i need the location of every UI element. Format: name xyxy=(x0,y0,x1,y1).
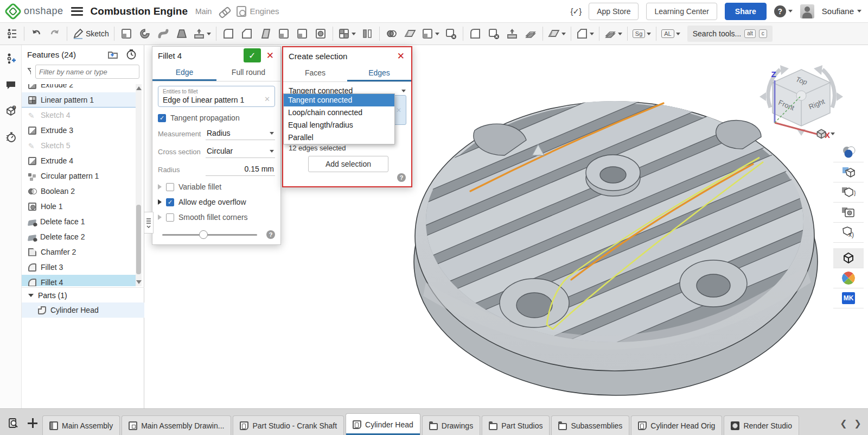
redo-icon[interactable] xyxy=(46,25,63,42)
allow-edge-overflow-checkbox[interactable] xyxy=(166,198,174,206)
modify-fillet-icon[interactable] xyxy=(467,25,484,42)
learning-center-button[interactable]: Learning Center xyxy=(646,3,717,20)
new-folder-icon[interactable] xyxy=(106,47,120,61)
doc-tab-cylinder-head[interactable]: Cylinder Head xyxy=(346,413,420,435)
part-item-cylinder-head[interactable]: Cylinder Head xyxy=(22,302,144,318)
mk-app-icon[interactable]: MK xyxy=(833,288,864,308)
feature-list-scrollbar[interactable] xyxy=(136,84,142,286)
feature-item-chamfer-2[interactable]: Chamfer 2 xyxy=(22,244,136,260)
workspace-name[interactable]: Main xyxy=(195,7,212,16)
fillet-icon[interactable] xyxy=(220,25,237,42)
dropdown-item-parallel[interactable]: Parallel xyxy=(284,131,394,144)
draft-icon[interactable] xyxy=(257,25,274,42)
feature-item-boolean-2[interactable]: Boolean 2 xyxy=(22,184,136,199)
linear-pattern-icon[interactable] xyxy=(336,25,358,42)
shell-icon[interactable] xyxy=(293,25,311,42)
doc-tab-render-studio[interactable]: Render Studio xyxy=(724,415,799,435)
app-store-button[interactable]: App Store xyxy=(589,3,639,20)
expand-icon[interactable] xyxy=(158,215,162,220)
extrude-icon[interactable] xyxy=(118,25,135,42)
feature-item-sketch-4[interactable]: Sketch 4 xyxy=(22,108,136,123)
thicken-icon[interactable] xyxy=(192,25,213,42)
share-link-icon[interactable] xyxy=(219,7,229,16)
feature-item-delete-face-2[interactable]: Delete face 2 xyxy=(22,229,136,244)
helix-icon[interactable] xyxy=(575,25,596,42)
feature-item-hole-1[interactable]: Hole 1 xyxy=(22,199,136,214)
plane-icon[interactable] xyxy=(546,25,567,42)
rollback-history-icon[interactable] xyxy=(124,47,138,61)
comments-icon[interactable] xyxy=(4,78,18,92)
offset-surface-icon[interactable] xyxy=(522,25,539,42)
delete-part-icon[interactable] xyxy=(442,25,459,42)
unity-export-icon[interactable] xyxy=(833,248,864,268)
transform-icon[interactable] xyxy=(420,25,441,42)
appearance-editor-icon[interactable] xyxy=(833,142,864,162)
feature-item-fillet-4[interactable]: Fillet 4 xyxy=(22,275,136,286)
doc-tab-part-studios[interactable]: Part Studios xyxy=(482,415,550,435)
tab-edges[interactable]: Edges xyxy=(347,65,411,81)
feature-item-extrude-3[interactable]: Extrude 3 xyxy=(22,123,136,138)
feature-item-delete-face-1[interactable]: Delete face 1 xyxy=(22,214,136,229)
hole-icon[interactable] xyxy=(312,25,329,42)
doc-tab-subassemblies[interactable]: Subassemblies xyxy=(551,415,629,435)
confirm-button[interactable]: ✓ xyxy=(244,48,261,62)
configurations-icon[interactable]: } xyxy=(833,182,864,203)
tab-full-round[interactable]: Full round xyxy=(216,64,280,81)
feature-item-circular-pattern-1[interactable]: Circular pattern 1 xyxy=(22,168,136,184)
sketch-button[interactable]: Sketch xyxy=(71,25,111,42)
feature-item-extrude-2[interactable]: Extrude 2 xyxy=(22,84,136,92)
radius-slider[interactable] xyxy=(162,234,257,236)
measurement-select[interactable]: Radius xyxy=(206,128,275,140)
user-menu[interactable]: Soufiane xyxy=(822,7,861,16)
feature-item-sketch-5[interactable]: Sketch 5 xyxy=(22,138,136,153)
feature-script-notices-icon[interactable]: {✓} xyxy=(571,7,582,16)
dropdown-item-loop-chain-connected[interactable]: Loop/chain connected xyxy=(284,106,394,119)
tab-edge[interactable]: Edge xyxy=(152,64,216,81)
partner-app-icon[interactable] xyxy=(833,268,864,288)
doc-tab-cylinder-head-orig[interactable]: Cylinder Head Orig xyxy=(631,415,722,435)
smooth-fillet-corners-checkbox[interactable] xyxy=(166,213,174,222)
scrollbar-thumb[interactable] xyxy=(136,205,141,274)
loft-icon[interactable] xyxy=(173,25,190,42)
document-title[interactable]: Combustion Engine xyxy=(91,5,188,17)
collapsed-panel-handle[interactable] xyxy=(144,212,154,234)
doc-tab-drawings[interactable]: Drawings xyxy=(422,415,480,435)
follow-mode-icon[interactable] xyxy=(4,104,18,118)
mirror-icon[interactable] xyxy=(359,25,376,42)
tabs-scroll-left-icon[interactable]: ❮ xyxy=(837,412,851,434)
chamfer-icon[interactable] xyxy=(238,25,256,42)
doc-tab-part-studio-crank-shaft[interactable]: Part Studio - Crank Shaft xyxy=(233,415,344,435)
add-tab-button[interactable] xyxy=(23,412,42,434)
scroll-down-icon[interactable] xyxy=(136,280,142,284)
doc-tab-main-assembly[interactable]: Main Assembly xyxy=(42,415,120,435)
clear-selection-icon[interactable]: ✕ xyxy=(264,95,270,103)
rib-icon[interactable] xyxy=(275,25,292,42)
entities-to-fillet-field[interactable]: Entities to fillet Edge of Linear patter… xyxy=(158,86,275,107)
expand-icon[interactable] xyxy=(158,199,162,205)
add-selection-button[interactable]: Add selection xyxy=(308,156,388,172)
search-tabs-icon[interactable] xyxy=(3,412,23,434)
render-preview-icon[interactable] xyxy=(833,203,864,223)
cross-section-select[interactable]: Circular xyxy=(206,146,275,158)
versions-history-icon[interactable] xyxy=(4,52,18,66)
help-menu[interactable]: ? xyxy=(774,5,793,17)
dropdown-item-tangent-connected[interactable]: Tangent connected xyxy=(284,94,394,106)
tabs-scroll-right-icon[interactable]: ❯ xyxy=(851,412,865,434)
delete-face-icon[interactable] xyxy=(485,25,502,42)
boolean-icon[interactable] xyxy=(383,25,400,42)
share-button[interactable]: Share xyxy=(725,3,767,20)
feature-item-fillet-3[interactable]: Fillet 3 xyxy=(22,260,136,275)
variable-fillet-checkbox[interactable] xyxy=(166,183,174,191)
expand-icon[interactable] xyxy=(158,184,162,190)
folder-breadcrumb[interactable]: Engines xyxy=(237,6,279,17)
al-tools-icon[interactable]: AL xyxy=(660,25,681,42)
move-face-icon[interactable] xyxy=(503,25,521,42)
main-menu-icon[interactable] xyxy=(71,7,83,16)
feature-list-toggle-icon[interactable] xyxy=(3,25,21,42)
doc-tab-main-assembly-drawin[interactable]: Main Assembly Drawin... xyxy=(122,415,231,435)
named-views-icon[interactable] xyxy=(833,162,864,182)
view-options-button[interactable] xyxy=(815,127,835,140)
close-icon[interactable]: ✕ xyxy=(265,50,275,61)
help-icon[interactable]: ? xyxy=(266,230,275,239)
feature-item-linear-pattern-1[interactable]: Linear pattern 1 xyxy=(22,92,136,108)
